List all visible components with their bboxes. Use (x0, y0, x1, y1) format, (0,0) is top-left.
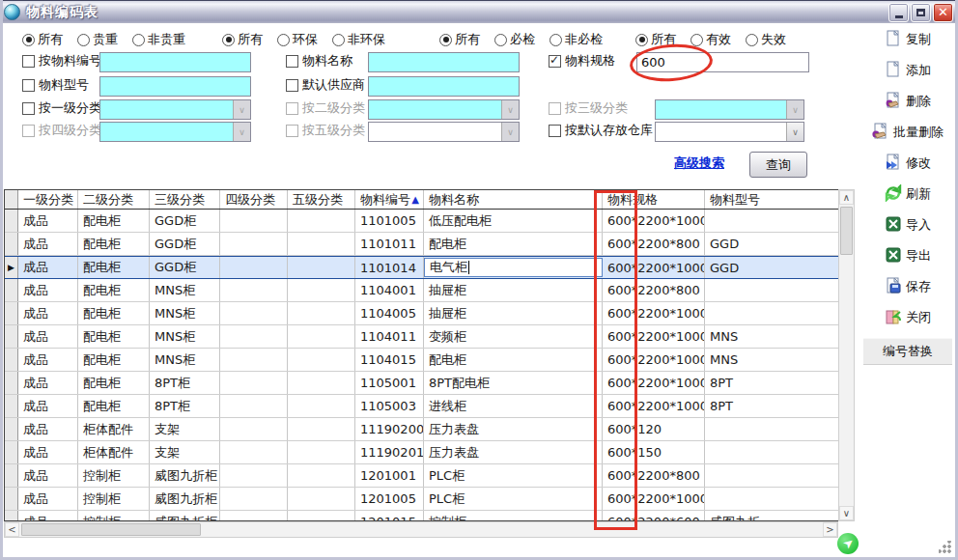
row-gutter[interactable] (5, 233, 18, 255)
cell-物料型号[interactable] (705, 279, 838, 301)
table-row[interactable]: 成品柜体配件支架111902004压力表盘600*120 (5, 418, 838, 441)
radio-icon[interactable] (132, 34, 145, 46)
row-gutter[interactable] (5, 349, 18, 371)
table-row[interactable]: 成品配电柜MNS柜1104015配电柜600*2200*1000MNS (5, 349, 838, 372)
column-header-物料规格[interactable]: 物料规格 (603, 190, 705, 209)
cell-物料名称[interactable]: 配电柜 (424, 233, 603, 255)
cell-物料型号[interactable] (705, 488, 838, 510)
cell-一级分类[interactable]: 成品 (18, 372, 78, 394)
chevron-down-icon[interactable]: ∨ (233, 123, 250, 141)
filter-checkbox-按三级分类[interactable]: 按三级分类 (549, 99, 628, 117)
row-gutter[interactable] (5, 511, 18, 521)
column-header-二级分类[interactable]: 二级分类 (78, 190, 150, 209)
horizontal-scroll-thumb[interactable] (21, 523, 201, 536)
cell-五级分类[interactable] (288, 441, 355, 463)
checkbox-icon[interactable] (22, 79, 35, 92)
minimize-button[interactable] (888, 3, 909, 22)
radio-inspect-所有[interactable]: 所有 (439, 31, 480, 48)
cell-五级分类[interactable] (288, 511, 355, 521)
checkbox-icon[interactable] (549, 102, 561, 115)
column-header-一级分类[interactable]: 一级分类 (18, 190, 78, 209)
checkbox-icon[interactable] (22, 102, 35, 115)
number-replace-button[interactable]: 编号替换 (863, 338, 952, 365)
close-button[interactable]: ✕ (933, 3, 953, 22)
cell-四级分类[interactable] (220, 372, 288, 394)
cell-物料名称[interactable]: 控制柜 (424, 511, 603, 521)
cell-五级分类[interactable] (288, 488, 355, 510)
cell-四级分类[interactable] (220, 395, 288, 417)
cell-三级分类[interactable]: GGD柜 (150, 257, 220, 278)
保存-button[interactable]: 保存 (885, 276, 931, 297)
query-button[interactable]: 查询 (749, 152, 807, 178)
dropdown-按默认存放仓库[interactable]: ∨ (655, 122, 804, 142)
checkbox-icon[interactable] (286, 79, 298, 92)
cell-物料规格[interactable]: 600*2200*1000 (603, 395, 705, 417)
cell-四级分类[interactable] (220, 325, 288, 348)
radio-icon[interactable] (222, 34, 235, 46)
table-row[interactable]: 成品配电柜MNS柜1104001抽屉柜600*2200*800 (5, 279, 838, 302)
cell-二级分类[interactable]: 配电柜 (78, 325, 150, 348)
table-row[interactable]: 成品控制柜威图九折柜1201005PLC柜600*2200*1000 (5, 488, 838, 511)
cell-三级分类[interactable]: 威图九折柜 (150, 511, 220, 521)
cell-物料名称[interactable]: 进线柜 (424, 395, 603, 417)
dropdown-按五级分类[interactable]: ∨ (368, 122, 520, 142)
cell-一级分类[interactable]: 成品 (18, 210, 78, 232)
cell-五级分类[interactable] (288, 210, 355, 232)
cell-四级分类[interactable] (220, 418, 288, 440)
cell-三级分类[interactable]: 威图九折柜 (150, 488, 220, 510)
cell-一级分类[interactable]: 成品 (18, 233, 78, 255)
cell-物料型号[interactable]: 8PT (705, 395, 838, 417)
cell-物料名称[interactable]: 压力表盘 (424, 441, 603, 463)
checkbox-icon[interactable] (286, 102, 298, 115)
row-gutter[interactable] (5, 325, 18, 348)
cell-物料规格[interactable]: 600*2200*1000 (603, 302, 705, 324)
cell-物料型号[interactable]: 8PT (705, 372, 838, 394)
cell-物料规格[interactable]: 600*2200*1000 (603, 349, 705, 371)
radio-icon[interactable] (277, 34, 290, 46)
advanced-search-link[interactable]: 高级搜索 (674, 154, 724, 172)
chevron-down-icon[interactable]: ∨ (501, 123, 519, 141)
cell-物料编号[interactable]: 1201005 (355, 488, 424, 510)
radio-precious-非贵重[interactable]: 非贵重 (132, 31, 185, 48)
radio-eco-环保[interactable]: 环保 (277, 31, 318, 48)
cell-物料编号[interactable]: 111902010 (355, 441, 424, 463)
filter-checkbox-物料规格[interactable]: 物料规格 (549, 52, 615, 70)
cell-物料规格[interactable]: 600*2200*600 (603, 511, 705, 521)
table-row[interactable]: 成品柜体配件支架111902010压力表盘600*150 (5, 441, 838, 464)
radio-eco-非环保[interactable]: 非环保 (332, 31, 385, 48)
horizontal-scrollbar[interactable]: < > (4, 521, 838, 538)
maximize-button[interactable] (911, 3, 931, 22)
cell-三级分类[interactable]: GGD柜 (150, 210, 220, 232)
cell-物料编号[interactable]: 1104001 (355, 279, 424, 301)
column-header-四级分类[interactable]: 四级分类 (220, 190, 288, 209)
checkbox-icon[interactable] (22, 125, 35, 137)
scroll-left-icon[interactable]: < (5, 522, 19, 537)
radio-icon[interactable] (494, 34, 507, 46)
cell-五级分类[interactable] (288, 257, 355, 278)
刷新-button[interactable]: 刷新 (885, 183, 931, 205)
cell-二级分类[interactable]: 控制柜 (78, 488, 150, 510)
cell-三级分类[interactable]: GGD柜 (150, 233, 220, 255)
cell-物料名称[interactable]: 变频柜 (424, 325, 603, 348)
cell-五级分类[interactable] (288, 418, 355, 440)
cell-一级分类[interactable]: 成品 (18, 488, 78, 510)
cell-四级分类[interactable] (220, 257, 288, 278)
dropdown-按二级分类[interactable]: ∨ (368, 99, 520, 120)
cell-五级分类[interactable] (288, 279, 355, 301)
删除-button[interactable]: 删除 (885, 91, 931, 112)
cell-三级分类[interactable]: 支架 (150, 441, 220, 463)
input-物料名称[interactable] (368, 52, 520, 72)
row-gutter[interactable] (5, 279, 18, 301)
chevron-down-icon[interactable]: ∨ (786, 100, 803, 119)
radio-precious-贵重[interactable]: 贵重 (77, 31, 118, 48)
radio-inspect-非必检[interactable]: 非必检 (549, 31, 603, 48)
cell-物料型号[interactable] (705, 418, 838, 440)
cell-一级分类[interactable]: 成品 (18, 464, 78, 487)
cell-五级分类[interactable] (288, 302, 355, 324)
row-gutter[interactable] (5, 441, 18, 463)
cell-物料名称[interactable]: PLC柜 (424, 488, 603, 510)
cell-二级分类[interactable]: 柜体配件 (78, 418, 150, 440)
cell-物料名称[interactable]: 压力表盘 (424, 418, 603, 440)
row-gutter[interactable] (5, 302, 18, 324)
radio-icon[interactable] (332, 34, 345, 46)
